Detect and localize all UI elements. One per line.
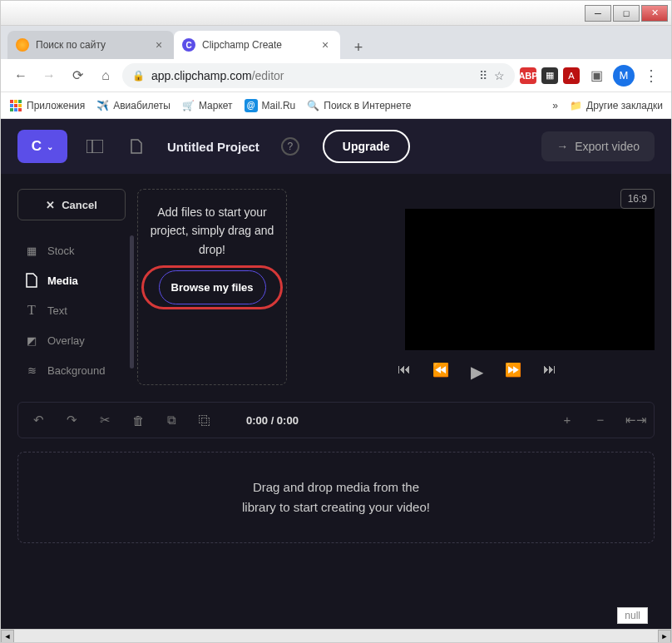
cut-button[interactable]: ✂ <box>96 413 113 428</box>
mail-icon: @ <box>245 99 258 112</box>
tab-title: Поиск по сайту <box>36 39 152 51</box>
apps-bookmark[interactable]: Приложения <box>9 99 85 112</box>
home-button[interactable]: ⌂ <box>94 64 117 87</box>
rewind-button[interactable]: ⏪ <box>432 362 449 382</box>
sidebar-item-stock[interactable]: ▦ Stock <box>17 235 126 265</box>
lock-icon: 🔒 <box>132 70 145 82</box>
bookmarks-overflow[interactable]: » <box>552 100 558 111</box>
url-text: app.clipchamp.com/editor <box>151 69 472 82</box>
layout-icon[interactable] <box>81 132 109 161</box>
sidebar-item-text[interactable]: T Text <box>17 295 126 325</box>
extension-icon[interactable]: ▣ <box>585 64 608 87</box>
fast-forward-button[interactable]: ⏩ <box>505 362 521 382</box>
sidebar-item-media[interactable]: Media <box>17 265 126 295</box>
folder-icon: 📁 <box>570 100 582 111</box>
svg-rect-1 <box>14 100 17 103</box>
window-maximize-button[interactable]: □ <box>613 5 640 22</box>
overlay-icon: ◩ <box>24 334 39 347</box>
tab-close-icon[interactable]: × <box>319 38 332 52</box>
sidebar-item-overlay[interactable]: ◩ Overlay <box>17 325 126 355</box>
undo-button[interactable]: ↶ <box>30 413 47 428</box>
app-header: C ⌄ Untitled Project ? Upgrade → Export … <box>1 119 671 174</box>
adblock-extension-icon[interactable]: ABP <box>520 67 536 84</box>
scroll-right-button[interactable]: ► <box>658 630 671 643</box>
window-minimize-button[interactable]: ─ <box>585 5 611 22</box>
scroll-left-button[interactable]: ◄ <box>1 630 14 643</box>
reload-button[interactable]: ⟳ <box>66 64 89 87</box>
favicon-icon: C <box>182 38 195 52</box>
svg-rect-6 <box>10 108 13 111</box>
media-icon <box>24 273 39 288</box>
browser-tab[interactable]: Поиск по сайту × <box>7 31 174 59</box>
help-button[interactable]: ? <box>281 137 299 156</box>
zoom-in-button[interactable]: + <box>559 413 576 428</box>
svg-rect-0 <box>10 100 13 103</box>
chevron-down-icon: ⌄ <box>47 142 53 151</box>
new-tab-button[interactable]: + <box>347 36 370 59</box>
zoom-out-button[interactable]: − <box>592 413 609 428</box>
translate-icon[interactable]: ⠿ <box>479 69 487 82</box>
other-bookmarks[interactable]: 📁 Другие закладки <box>570 100 663 111</box>
skip-start-button[interactable]: ⏮ <box>398 362 411 382</box>
delete-button[interactable]: 🗑 <box>130 413 146 428</box>
cancel-button[interactable]: ✕ Cancel <box>17 189 126 220</box>
play-button[interactable]: ▶ <box>471 362 483 382</box>
null-tooltip: null <box>617 607 648 624</box>
browser-menu-button[interactable]: ⋮ <box>640 67 663 85</box>
svg-rect-3 <box>10 104 13 107</box>
layers-icon: ≋ <box>24 364 39 377</box>
svg-rect-7 <box>14 108 17 111</box>
profile-avatar[interactable]: M <box>613 65 635 87</box>
upgrade-button[interactable]: Upgrade <box>323 130 410 163</box>
arrow-right-icon: → <box>556 140 568 153</box>
horizontal-scrollbar[interactable] <box>14 630 658 643</box>
skip-end-button[interactable]: ⏭ <box>543 362 556 382</box>
stock-icon: ▦ <box>24 245 39 257</box>
media-drop-panel[interactable]: Add files to start your project, simply … <box>137 189 287 385</box>
url-field[interactable]: 🔒 app.clipchamp.com/editor ⠿ ☆ <box>122 63 515 88</box>
bookmark-item[interactable]: 🔍 Поиск в Интернете <box>307 100 411 111</box>
timeline-drop-zone[interactable]: Drag and drop media from the library to … <box>17 452 655 543</box>
apps-icon <box>9 99 22 112</box>
browse-files-button[interactable]: Browse my files <box>159 270 266 304</box>
airplane-icon: ✈️ <box>96 100 109 111</box>
bookmark-star-icon[interactable]: ☆ <box>494 69 505 82</box>
browser-tabs: Поиск по сайту × C Clipchamp Create × + <box>1 26 671 59</box>
text-icon: T <box>24 303 39 318</box>
forward-button[interactable]: → <box>37 64 61 87</box>
window-statusbar: ◄ ► <box>1 629 671 643</box>
bookmark-item[interactable]: 🛒 Маркет <box>182 100 233 111</box>
window-close-button[interactable]: ✕ <box>641 5 668 22</box>
fit-button[interactable]: ⇤⇥ <box>625 413 642 428</box>
sidebar-item-background[interactable]: ≋ Background <box>17 355 126 385</box>
tab-close-icon[interactable]: × <box>152 38 166 52</box>
close-icon: ✕ <box>46 199 55 211</box>
favicon-icon <box>16 38 29 52</box>
export-button[interactable]: → Export video <box>541 131 655 161</box>
video-preview[interactable] <box>405 209 655 350</box>
timeline-text: library to start creating your video! <box>35 497 637 517</box>
svg-rect-5 <box>18 104 22 107</box>
sidebar-scrollbar[interactable] <box>130 235 134 368</box>
media-panel-text: Add files to start your project, simply … <box>146 203 278 259</box>
svg-rect-4 <box>14 104 17 107</box>
duplicate-button[interactable]: ⿻ <box>196 413 213 428</box>
app-logo-button[interactable]: C ⌄ <box>17 130 67 163</box>
bookmark-item[interactable]: @ Mail.Ru <box>245 99 296 112</box>
extension-icon[interactable]: ▦ <box>541 67 558 84</box>
edit-toolbar: ↶ ↷ ✂ 🗑 ⧉ ⿻ 0:00 / 0:00 + − ⇤⇥ <box>17 402 655 438</box>
svg-rect-8 <box>18 108 22 111</box>
browser-tab-active[interactable]: C Clipchamp Create × <box>174 31 340 59</box>
aspect-ratio-button[interactable]: 16:9 <box>620 189 655 209</box>
cart-icon: 🛒 <box>182 100 195 111</box>
svg-rect-2 <box>18 100 22 103</box>
copy-button[interactable]: ⧉ <box>163 413 180 428</box>
search-icon: 🔍 <box>307 100 319 111</box>
pdf-extension-icon[interactable]: A <box>563 67 580 84</box>
project-title[interactable]: Untitled Project <box>167 140 259 154</box>
preview-column: 16:9 ⏮ ⏪ ▶ ⏩ ⏭ <box>299 189 655 385</box>
redo-button[interactable]: ↷ <box>63 413 80 428</box>
bookmark-item[interactable]: ✈️ Авиабилеты <box>96 100 170 111</box>
back-button[interactable]: ← <box>9 64 32 87</box>
file-icon[interactable] <box>122 132 151 161</box>
